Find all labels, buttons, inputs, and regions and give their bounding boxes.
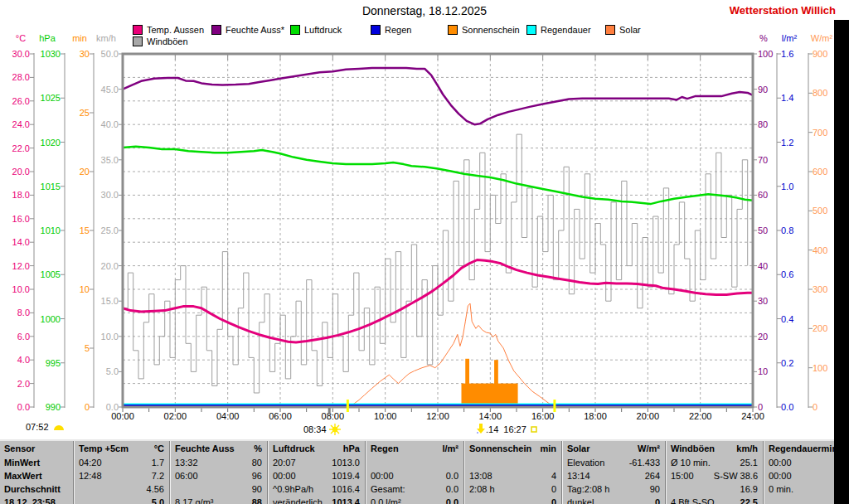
table-cell: 88: [252, 496, 267, 504]
table-cell: veränderlich: [268, 496, 323, 504]
table-cell: 0.0 l/m²: [366, 496, 401, 504]
table-row: 0 min.: [764, 482, 835, 496]
series-solar-line: [346, 303, 555, 407]
axis-label-rain: 0.4: [781, 314, 793, 324]
table-cell: 5.0: [152, 496, 169, 504]
axis-unit-wind: km/h: [96, 33, 116, 43]
chart-sunrise-label: 08:34: [303, 424, 327, 434]
axis-label-temp: 22.0: [12, 143, 30, 153]
table-cell: 00:00: [268, 469, 296, 482]
axis-label-sun: 25: [80, 108, 90, 118]
axis-label-temp: 12.0: [12, 261, 30, 271]
axis-label-rain: 0.8: [781, 225, 793, 235]
table-cell: 22.5: [740, 496, 763, 504]
axis-label-rain: 1.0: [781, 182, 793, 191]
table-row: 4.56: [74, 482, 169, 496]
x-axis-label: 00:00: [111, 411, 134, 421]
table-cell: 13:32: [170, 456, 198, 469]
axis-label-temp: 2.0: [17, 379, 30, 389]
x-axis-label: 18:00: [584, 411, 607, 421]
table-row: 2:08 h0: [464, 482, 561, 496]
table-cell: [464, 456, 469, 469]
table-header-unit: min: [822, 441, 835, 456]
axis-label-temp: 28.0: [12, 72, 30, 82]
axis-label-temp: 26.0: [12, 96, 30, 106]
table-header-title: Solar: [562, 441, 590, 456]
table-cell: 16.9: [740, 482, 763, 496]
table-header-unit: W/m²: [638, 441, 665, 456]
table-row: 12:487.2: [74, 469, 169, 482]
table-row: 0.0 l/m²0.0: [366, 496, 463, 504]
axis-label-wind: 25.0: [101, 225, 119, 235]
axis-label-pressure: 1025: [41, 93, 61, 103]
table-cell: 0: [551, 482, 561, 496]
axis-label-humidity: 10: [758, 366, 768, 376]
axis-label-sun: 5: [85, 343, 90, 353]
table-cell: [366, 456, 371, 469]
axis-label-humidity: 40: [758, 261, 768, 271]
table-cell: 1.7: [152, 456, 169, 469]
table-row: 5.0: [74, 496, 169, 504]
axis-label-wind: 10.0: [101, 332, 119, 342]
axis-label-solar: 100: [813, 363, 827, 373]
table-header-title: Regendauer: [764, 441, 822, 456]
table-cell: 0.0: [446, 482, 463, 496]
weather-chart: 30.028.026.024.022.020.018.016.014.012.0…: [0, 0, 849, 439]
sunset-arrow-icon: [476, 424, 486, 434]
x-axis-label: 04:00: [216, 411, 240, 421]
table-row: Tag:2:08 h90: [562, 482, 665, 496]
table-column-sonnenschein: Sonnenscheinmin13:0842:08 h00: [463, 441, 561, 504]
x-axis-label: 16:00: [531, 411, 555, 421]
table-column-regen: Regenl/m²00:000.0Gesamt:0.00.0 l/m²0.0: [365, 441, 463, 504]
sunset-time-label: 16:27: [503, 424, 526, 434]
table-cell: 8.17 g/m³: [170, 496, 213, 504]
axis-unit-solar: W/m²: [811, 33, 833, 43]
axis-label-humidity: 90: [758, 85, 768, 94]
series-sonnenschein-bar: [494, 360, 498, 407]
table-column-header: SolarW/m²: [562, 441, 665, 456]
sunset-note: .14 16:27: [476, 424, 537, 434]
table-cell: 20:07: [268, 456, 296, 469]
table-row: 15:00S-SW 38.6: [666, 469, 763, 482]
axis-label-wind: 50.0: [101, 49, 119, 59]
axis-label-wind: 15.0: [101, 296, 119, 306]
sunrise-halfsun-icon: [52, 422, 65, 432]
table-cell: 00:00: [764, 456, 792, 469]
table-cell: 13:14: [562, 469, 590, 482]
table-row-label: Sensor: [0, 441, 73, 456]
table-row: 00:000.0: [366, 469, 463, 482]
table-header-title: Temp +5cm: [74, 441, 129, 456]
table-cell: [74, 482, 79, 496]
table-column-regendauer: Regendauermin00:0000:000 min.: [763, 441, 835, 504]
table-row: dunkel0: [562, 496, 665, 504]
axis-label-temp: 0.0: [17, 402, 30, 412]
table-row: 4 Bft S-SO22.5: [666, 496, 763, 504]
axis-label-rain: 0.0: [781, 402, 793, 412]
table-header-title: Regen: [366, 441, 399, 456]
table-cell: 1016.4: [332, 482, 365, 496]
axis-label-wind: 20.0: [101, 261, 119, 271]
table-header-unit: min: [540, 441, 561, 456]
table-cell: 264: [645, 469, 665, 482]
table-cell: 90: [650, 482, 665, 496]
table-row-label: 18.12. 23:58: [0, 496, 73, 504]
axis-label-solar: 300: [813, 284, 827, 294]
table-cell: 80: [252, 456, 267, 469]
table-cell: ^0.9hPa/h: [268, 482, 313, 496]
table-cell: 4: [551, 469, 561, 482]
table-cell: 15:00: [666, 469, 694, 482]
table-row: [366, 456, 463, 469]
axis-label-sun: 20: [80, 167, 90, 177]
axis-label-pressure: 1010: [41, 225, 61, 235]
axis-label-temp: 24.0: [12, 119, 30, 129]
axis-label-pressure: 990: [46, 402, 61, 412]
table-column-feuchte-auss: Feuchte Auss%13:328006:0096908.17 g/m³88: [169, 441, 267, 504]
table-cell: [764, 496, 769, 504]
table-cell: 0: [551, 496, 561, 504]
axis-label-sun: 30: [80, 49, 90, 59]
table-cell: 2:08 h: [464, 482, 495, 496]
table-column-header: Regenl/m²: [366, 441, 463, 456]
axis-label-temp: 14.0: [12, 237, 30, 247]
table-row: 20:071013.0: [268, 456, 365, 469]
x-axis-label: 22:00: [689, 411, 712, 421]
